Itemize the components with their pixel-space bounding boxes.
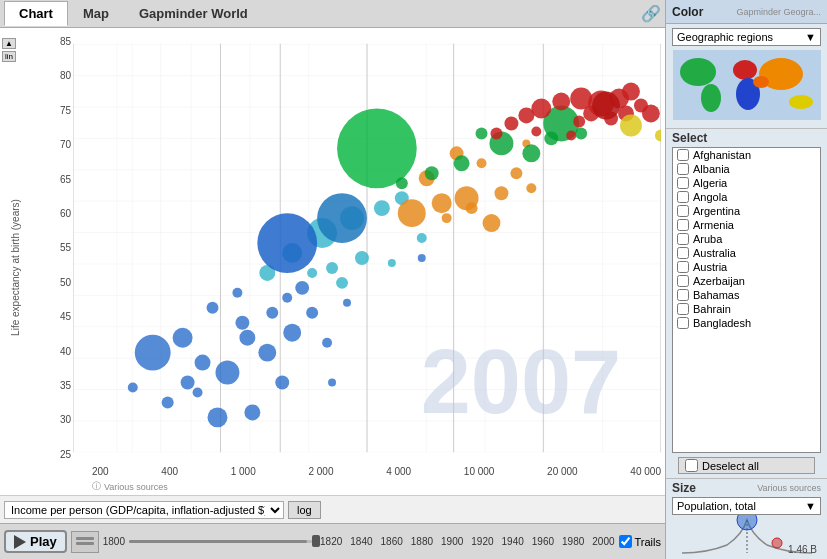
select-label: Select: [672, 131, 821, 145]
external-link-icon[interactable]: 🔗: [641, 4, 661, 23]
svg-point-31: [282, 293, 292, 303]
country-name-angola: Angola: [693, 191, 727, 203]
scatter-chart[interactable]: 2007: [73, 32, 661, 464]
svg-point-22: [240, 330, 256, 346]
svg-point-10: [135, 335, 171, 371]
svg-point-32: [343, 299, 351, 307]
x-axis-select[interactable]: Income per person (GDP/capita, inflation…: [4, 501, 284, 519]
svg-point-81: [566, 130, 576, 140]
x-label-2000: 2 000: [308, 466, 333, 480]
x-label-200: 200: [92, 466, 109, 480]
year-1840: 1840: [350, 536, 372, 547]
list-item[interactable]: Austria: [673, 260, 820, 274]
country-checkbox-armenia[interactable]: [677, 219, 689, 231]
country-checkbox-bangladesh[interactable]: [677, 317, 689, 329]
country-checkbox-bahamas[interactable]: [677, 289, 689, 301]
chart-sources-icon: ⓘ: [92, 480, 101, 493]
color-header: Color Gapminder Geogra...: [666, 0, 827, 24]
deselect-all-button[interactable]: Deselect all: [678, 457, 815, 474]
log-button[interactable]: log: [288, 501, 321, 519]
country-checkbox-algeria[interactable]: [677, 177, 689, 189]
svg-point-79: [491, 127, 503, 139]
deselect-all-label: Deselect all: [702, 460, 759, 472]
country-name-albania: Albania: [693, 163, 730, 175]
svg-point-55: [337, 109, 417, 189]
svg-point-17: [233, 288, 243, 298]
list-item[interactable]: Australia: [673, 246, 820, 260]
y-axis-up-btn[interactable]: ▲: [2, 38, 16, 49]
svg-point-28: [295, 281, 309, 295]
svg-point-58: [454, 155, 470, 171]
x-axis-bar: Income per person (GDP/capita, inflation…: [0, 495, 665, 523]
country-name-argentina: Argentina: [693, 205, 740, 217]
play-button[interactable]: Play: [4, 530, 67, 553]
year-1800: 1800: [103, 536, 125, 547]
play-label: Play: [30, 534, 57, 549]
list-item[interactable]: Angola: [673, 190, 820, 204]
list-item[interactable]: Argentina: [673, 204, 820, 218]
svg-point-14: [236, 316, 250, 330]
trails-label: Trails: [635, 536, 661, 548]
list-item[interactable]: Bahrain: [673, 302, 820, 316]
svg-point-45: [432, 193, 452, 213]
country-list[interactable]: Afghanistan Albania Algeria Angola: [673, 148, 820, 452]
svg-point-44: [398, 199, 426, 227]
list-item[interactable]: Armenia: [673, 218, 820, 232]
y-axis-label: Life expectancy at birth (years): [10, 167, 21, 367]
timeline-thumb[interactable]: [71, 531, 99, 553]
country-name-armenia: Armenia: [693, 219, 734, 231]
size-value: 1.46 B: [788, 544, 817, 555]
svg-point-27: [245, 404, 261, 420]
svg-point-25: [283, 324, 301, 342]
svg-point-101: [753, 76, 769, 88]
color-dropdown[interactable]: Geographic regions ▼: [672, 28, 821, 46]
country-checkbox-afghanistan[interactable]: [677, 149, 689, 161]
svg-point-24: [275, 376, 289, 390]
country-name-bangladesh: Bangladesh: [693, 317, 751, 329]
country-list-wrapper: Afghanistan Albania Algeria Angola: [672, 147, 821, 453]
svg-point-64: [396, 177, 408, 189]
svg-point-70: [622, 83, 640, 101]
svg-point-76: [505, 116, 519, 130]
list-item[interactable]: Afghanistan: [673, 148, 820, 162]
trails-checkbox[interactable]: Trails: [619, 535, 661, 548]
play-icon: [14, 535, 26, 549]
size-sources: Various sources: [757, 483, 821, 493]
y-axis-down-btn[interactable]: lin: [2, 51, 16, 62]
svg-point-80: [531, 126, 541, 136]
list-item[interactable]: Aruba: [673, 232, 820, 246]
list-item[interactable]: Albania: [673, 162, 820, 176]
list-item[interactable]: Bahamas: [673, 288, 820, 302]
svg-point-43: [257, 213, 317, 273]
country-checkbox-angola[interactable]: [677, 191, 689, 203]
country-checkbox-argentina[interactable]: [677, 205, 689, 217]
tab-gapminder-world[interactable]: Gapminder World: [124, 1, 263, 26]
country-checkbox-aruba[interactable]: [677, 233, 689, 245]
svg-point-18: [181, 376, 195, 390]
size-label: Size: [672, 481, 696, 495]
svg-rect-93: [76, 542, 94, 545]
country-name-aruba: Aruba: [693, 233, 722, 245]
deselect-all-checkbox[interactable]: [685, 459, 698, 472]
country-checkbox-albania[interactable]: [677, 163, 689, 175]
list-item[interactable]: Algeria: [673, 176, 820, 190]
country-checkbox-azerbaijan[interactable]: [677, 275, 689, 287]
x-axis-labels: 200 400 1 000 2 000 4 000 10 000 20 000 …: [60, 464, 661, 480]
country-name-algeria: Algeria: [693, 177, 727, 189]
list-item[interactable]: Bangladesh: [673, 316, 820, 330]
svg-point-103: [737, 515, 757, 530]
country-checkbox-austria[interactable]: [677, 261, 689, 273]
tab-chart[interactable]: Chart: [4, 1, 68, 26]
country-checkbox-australia[interactable]: [677, 247, 689, 259]
list-item[interactable]: Azerbaijan: [673, 274, 820, 288]
trails-input[interactable]: [619, 535, 632, 548]
svg-point-104: [772, 538, 782, 548]
chart-area: Life expectancy at birth (years) ▲ lin 8…: [0, 28, 665, 495]
svg-point-50: [495, 186, 509, 200]
size-dropdown[interactable]: Population, total ▼: [672, 497, 821, 515]
timeline[interactable]: 1800 1820 1840 1860 1880 1900 1920 1940: [103, 536, 615, 547]
country-checkbox-bahrain[interactable]: [677, 303, 689, 315]
tab-map[interactable]: Map: [68, 1, 124, 26]
year-1860: 1860: [381, 536, 403, 547]
svg-point-87: [336, 277, 348, 289]
